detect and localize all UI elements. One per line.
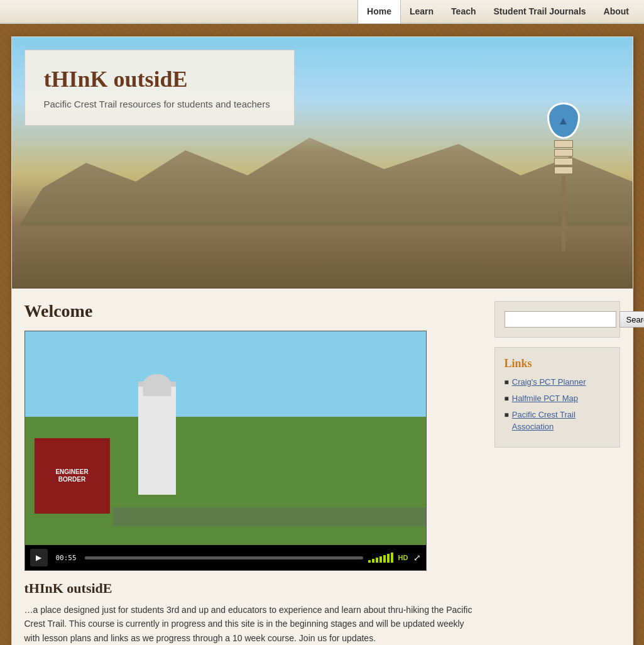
- vol-bar-4: [379, 556, 382, 563]
- site-subtitle: Pacific Crest Trail resources for studen…: [44, 99, 275, 109]
- main-content: Welcome ENGINEERBORDER 00:55: [25, 301, 482, 645]
- sidebar: Search Links ■ Craig's PCT Planner ■ Hal…: [494, 301, 620, 645]
- progress-bar[interactable]: [85, 556, 363, 560]
- pct-shield: [547, 102, 580, 139]
- nav-journals[interactable]: Student Trail Journals: [485, 0, 595, 23]
- site-title: tHInK outsidE: [44, 66, 275, 92]
- link-pcta[interactable]: Pacific Crest Trail Association: [512, 409, 610, 432]
- search-button[interactable]: Search: [619, 311, 645, 328]
- engineer-text: ENGINEERBORDER: [55, 468, 88, 483]
- video-player: ENGINEERBORDER 00:55: [25, 331, 427, 571]
- trail-marker-1: [554, 140, 573, 148]
- logo-box: tHInK outsidE Pacific Crest Trail resour…: [25, 50, 295, 126]
- vol-bar-5: [383, 555, 386, 563]
- hd-badge: HD: [398, 554, 408, 561]
- welcome-heading: Welcome: [25, 301, 482, 321]
- list-item: ■ Craig's PCT Planner: [505, 377, 610, 388]
- main-container: tHInK outsidE Pacific Crest Trail resour…: [11, 36, 633, 645]
- sign-post: [562, 175, 565, 251]
- volume-indicator: [368, 553, 393, 563]
- nav-home[interactable]: Home: [357, 0, 401, 23]
- video-controls: 00:55 HD ⤢: [25, 545, 426, 570]
- list-item: ■ Halfmile PCT Map: [505, 393, 610, 404]
- link-craigs-planner[interactable]: Craig's PCT Planner: [512, 377, 586, 388]
- nav-about[interactable]: About: [595, 0, 638, 23]
- nav-bar: Home Learn Teach Student Trail Journals …: [0, 0, 644, 24]
- vol-bar-3: [376, 558, 378, 563]
- content-area: Welcome ENGINEERBORDER 00:55: [12, 289, 633, 645]
- fullscreen-icon[interactable]: ⤢: [413, 553, 421, 563]
- trail-marker-2: [554, 149, 573, 157]
- pct-trail-sign: [545, 102, 582, 251]
- vol-bar-1: [368, 560, 371, 563]
- nav-learn[interactable]: Learn: [401, 0, 442, 23]
- vol-bar-2: [372, 559, 374, 563]
- trail-marker-3: [554, 158, 573, 165]
- nav-teach[interactable]: Teach: [442, 0, 484, 23]
- play-button[interactable]: [30, 549, 48, 566]
- search-input[interactable]: [505, 311, 616, 328]
- links-title: Links: [505, 357, 610, 370]
- list-bullet-2: ■: [505, 394, 509, 404]
- border-fence: [113, 507, 426, 526]
- trail-marker-4: [554, 167, 573, 174]
- think-outside-text: …a place designed just for students 3rd …: [25, 603, 482, 645]
- list-item: ■ Pacific Crest Trail Association: [505, 409, 610, 432]
- think-outside-title: tHInK outsidE: [25, 580, 482, 597]
- search-widget: Search: [494, 301, 620, 338]
- list-bullet-1: ■: [505, 378, 509, 387]
- links-widget: Links ■ Craig's PCT Planner ■ Halfmile P…: [494, 347, 620, 448]
- link-halfmile-map[interactable]: Halfmile PCT Map: [512, 393, 578, 404]
- vol-bar-7: [391, 553, 393, 563]
- vol-bar-6: [387, 554, 390, 563]
- video-thumbnail: ENGINEERBORDER: [25, 331, 426, 545]
- border-monument: [138, 382, 176, 495]
- links-list: ■ Craig's PCT Planner ■ Halfmile PCT Map…: [505, 377, 610, 433]
- header-area: tHInK outsidE Pacific Crest Trail resour…: [12, 37, 633, 289]
- engineer-sign: ENGINEERBORDER: [35, 438, 110, 514]
- video-time: 00:55: [53, 553, 80, 563]
- search-form: Search: [505, 311, 610, 328]
- list-bullet-3: ■: [505, 411, 509, 420]
